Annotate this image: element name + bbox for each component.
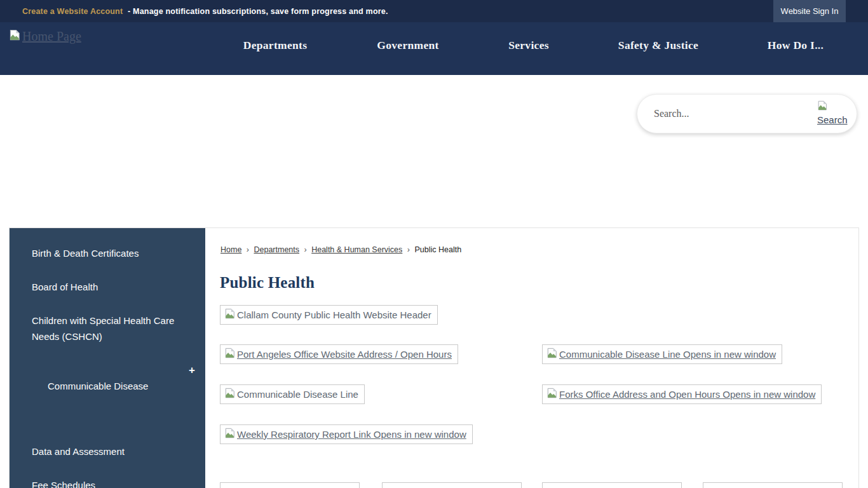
content-card: Birth & Death Certificates Board of Heal… [9, 227, 859, 488]
broken-image-icon [817, 100, 829, 111]
sidebar-nav: Birth & Death Certificates Board of Heal… [10, 228, 205, 488]
breadcrumb-departments[interactable]: Departments [254, 245, 299, 254]
widget-header-image: Clallam County Public Health Website Hea… [220, 305, 438, 325]
nav-departments[interactable]: Departments [243, 39, 308, 52]
search-button[interactable]: Search [817, 99, 850, 127]
sidebar-item-fee-schedules[interactable]: Fee Schedules [10, 468, 205, 488]
site-header: Home Page Departments Government Service… [0, 22, 868, 75]
breadcrumb-separator: › [407, 245, 410, 254]
widget-alt-text: Communicable Disease Line [237, 388, 358, 400]
broken-image-icon [546, 388, 558, 401]
broken-image-icon [224, 388, 236, 401]
breadcrumb: Home › Departments › Health & Human Serv… [220, 245, 461, 254]
website-sign-in-button[interactable]: Website Sign In [773, 0, 846, 22]
page-title: Public Health [220, 274, 315, 292]
search-button-label: Search [817, 114, 848, 125]
widget-link-text[interactable]: Weekly Respiratory Report Link Opens in … [237, 428, 466, 440]
widget-alt-text: Clallam County Public Health Website Hea… [237, 309, 431, 321]
broken-image-icon [9, 29, 21, 44]
broken-image-icon [224, 348, 236, 361]
sidebar-item-communicable-disease[interactable]: Communicable Disease + [10, 353, 205, 435]
sidebar-item-cshcn[interactable]: Children with Special Health Care Needs … [10, 304, 205, 353]
sidebar-item-data-and-assessment[interactable]: Data and Assessment [10, 435, 205, 468]
widget-communicable-disease-line-link[interactable]: Communicable Disease Line Opens in new w… [542, 344, 782, 364]
breadcrumb-home[interactable]: Home [220, 245, 241, 254]
breadcrumb-separator: › [247, 245, 249, 254]
widget-box-partial[interactable] [703, 482, 843, 488]
widget-weekly-respiratory-report[interactable]: Weekly Respiratory Report Link Opens in … [220, 424, 473, 444]
broken-image-icon [224, 308, 236, 322]
broken-image-icon [546, 348, 558, 361]
breadcrumb-health-human-services[interactable]: Health & Human Services [311, 245, 402, 254]
sidebar-item-birth-death-certificates[interactable]: Birth & Death Certificates [10, 236, 205, 270]
create-account-link[interactable]: Create a Website Account [22, 7, 123, 16]
top-utility-bar: Create a Website Account - Manage notifi… [0, 0, 868, 22]
widget-link-text[interactable]: Port Angeles Office Website Address / Op… [237, 348, 452, 360]
account-promo: Create a Website Account - Manage notifi… [22, 7, 388, 16]
account-tagline: - Manage notification subscriptions, sav… [128, 7, 388, 16]
nav-how-do-i[interactable]: How Do I... [768, 39, 824, 52]
sidebar-item-label: Communicable Disease [48, 381, 148, 391]
nav-safety-justice[interactable]: Safety & Justice [618, 39, 698, 52]
nav-services[interactable]: Services [508, 39, 549, 52]
widget-forks-office[interactable]: Forks Office Address and Open Hours Open… [542, 384, 822, 404]
breadcrumb-separator: › [304, 245, 307, 254]
search-input[interactable] [654, 95, 813, 133]
widget-port-angeles-office[interactable]: Port Angeles Office Website Address / Op… [220, 344, 458, 364]
expand-plus-icon[interactable]: + [189, 362, 195, 378]
home-link-label: Home Page [22, 29, 81, 44]
home-page-link[interactable]: Home Page [9, 29, 81, 44]
widget-box-partial[interactable] [542, 482, 682, 488]
widget-link-text[interactable]: Forks Office Address and Open Hours Open… [559, 388, 815, 400]
sidebar-item-board-of-health[interactable]: Board of Health [10, 270, 205, 304]
nav-government[interactable]: Government [377, 39, 438, 52]
breadcrumb-current: Public Health [414, 245, 461, 254]
broken-image-icon [224, 428, 236, 441]
widget-communicable-disease-line: Communicable Disease Line [220, 384, 365, 404]
widget-box-partial[interactable] [220, 482, 360, 488]
widget-link-text[interactable]: Communicable Disease Line Opens in new w… [559, 348, 776, 360]
widget-box-partial[interactable] [382, 482, 522, 488]
search-bar: Search [637, 94, 857, 133]
